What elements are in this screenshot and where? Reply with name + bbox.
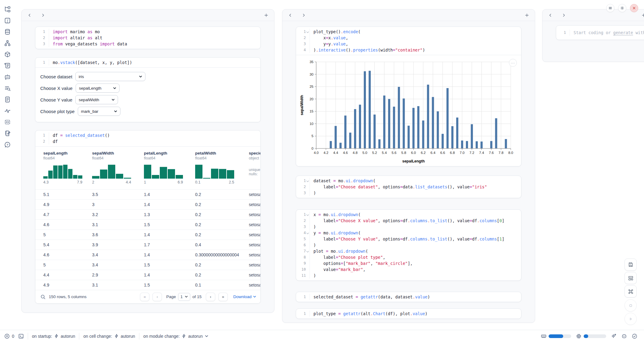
- autorun-config-item[interactable]: on startup:autorun: [32, 334, 75, 339]
- code-text[interactable]: ): [309, 242, 521, 248]
- code-text[interactable]: plot_type().encode(: [309, 29, 521, 35]
- table-row[interactable]: 5.43.91.70.4setosa: [35, 240, 260, 250]
- table-column-header[interactable]: sepalWidthfloat6424.4: [92, 147, 144, 189]
- code-text[interactable]: label="Choose Y value", options=df.colum…: [309, 236, 521, 242]
- table-row[interactable]: 4.42.91.40.2setosa: [35, 270, 260, 280]
- dropdown-select[interactable]: sepalWidth: [75, 95, 118, 104]
- code-text[interactable]: selected_dataset = getattr(data, dataset…: [309, 294, 521, 300]
- dropdown-select[interactable]: mark_bar: [78, 107, 120, 116]
- code-text[interactable]: df = selected_dataset(): [49, 132, 260, 138]
- dependency-graph-icon[interactable]: [4, 40, 11, 46]
- table-row[interactable]: 53.61.40.2setosa: [35, 230, 260, 240]
- terminal-button[interactable]: [18, 333, 24, 339]
- autorun-config-item[interactable]: on module change:autorun: [143, 334, 208, 339]
- code-text[interactable]: import marimo as mo: [49, 29, 260, 35]
- dropdown-select[interactable]: iris: [75, 72, 145, 81]
- add-column-button[interactable]: [641, 12, 644, 18]
- code-text[interactable]: df: [49, 138, 260, 144]
- code-text[interactable]: value="mark_bar",: [309, 266, 521, 273]
- code-text[interactable]: plot_type = getattr(alt.Chart(df), plot.…: [309, 311, 521, 317]
- layout-toggle-button[interactable]: [624, 272, 637, 284]
- dropdown-select[interactable]: sepalLength: [76, 84, 120, 93]
- code-text[interactable]: x = mo.ui.dropdown(: [309, 212, 521, 218]
- last-page-button[interactable]: »: [218, 293, 228, 301]
- chart-actions-button[interactable]: ...: [509, 59, 517, 67]
- file-explorer-icon[interactable]: [4, 6, 11, 12]
- page-select[interactable]: 1: [178, 293, 190, 301]
- table-row[interactable]: 4.63.11.50.2setosa: [35, 219, 260, 230]
- code-text[interactable]: dataset = mo.ui.dropdown(: [309, 178, 521, 184]
- help-icon[interactable]: ?: [4, 141, 11, 148]
- table-column-header[interactable]: petalWidthfloat640.12.5: [195, 147, 249, 189]
- cell-plot[interactable]: 1plot_type().encode(2 x=x.value,3 y=y.va…: [296, 27, 521, 166]
- fold-chevron-icon[interactable]: [306, 250, 309, 253]
- settings-gear-button[interactable]: [618, 4, 626, 12]
- code-text[interactable]: ): [309, 273, 521, 279]
- previous-page-button[interactable]: ‹: [152, 293, 162, 301]
- documentation-icon[interactable]: [4, 96, 11, 103]
- add-column-button[interactable]: [524, 12, 530, 18]
- packages-icon[interactable]: [4, 51, 11, 58]
- code-text[interactable]: ).interactive().properties(width="contai…: [309, 47, 521, 53]
- error-count-indicator[interactable]: 0: [4, 333, 14, 339]
- cell-xy-plot-dropdowns[interactable]: 1x = mo.ui.dropdown(2 label="Choose X va…: [296, 209, 521, 281]
- code-text[interactable]: label="Choose plot type",: [309, 254, 521, 260]
- search-icon[interactable]: [40, 294, 46, 300]
- code-text[interactable]: import altair as alt: [49, 35, 260, 41]
- memory-usage-indicator[interactable]: [541, 333, 571, 339]
- fold-chevron-icon[interactable]: [306, 231, 309, 235]
- table-row[interactable]: 5.13.51.40.2setosa: [35, 189, 260, 199]
- column-scroll-right-button[interactable]: [301, 12, 307, 18]
- table-row[interactable]: 4.93.11.50.1setosa: [35, 280, 260, 290]
- copilot-button[interactable]: [621, 333, 627, 339]
- cell-dataset-dropdown[interactable]: 1dataset = mo.ui.dropdown(2 label="Choos…: [296, 176, 521, 198]
- column-scroll-right-button[interactable]: [40, 12, 46, 18]
- download-button[interactable]: Download: [233, 294, 256, 299]
- code-text[interactable]: options=["mark_bar", "mark_circle"],: [309, 260, 521, 266]
- cell-dataframe[interactable]: 1df = selected_dataset()2df sepalLengthf…: [35, 130, 261, 304]
- fold-chevron-icon[interactable]: [306, 213, 309, 216]
- snippets-icon[interactable]: [4, 119, 11, 125]
- fold-chevron-icon[interactable]: [306, 179, 309, 183]
- datasources-icon[interactable]: [4, 29, 11, 35]
- menu-button[interactable]: [606, 4, 614, 12]
- add-column-button[interactable]: [263, 12, 269, 18]
- cell-plot-type[interactable]: 1plot_type = getattr(alt.Chart(df), plot…: [296, 308, 521, 319]
- table-column-header[interactable]: sepalLengthfloat644.37.9: [43, 147, 92, 189]
- cell-imports[interactable]: 1import marimo as mo2import altair as al…: [35, 27, 261, 49]
- ai-sparkle-button[interactable]: [611, 333, 617, 339]
- code-text[interactable]: y = mo.ui.dropdown(: [309, 230, 521, 236]
- notebook-icon[interactable]: [4, 130, 11, 137]
- code-text[interactable]: label="Choose dataset", options=data.lis…: [309, 184, 521, 190]
- table-row[interactable]: 53.41.50.2setosa: [35, 260, 260, 270]
- cell-new-empty[interactable]: 1 Start coding or generate with AI: [556, 25, 644, 40]
- next-page-button[interactable]: ›: [206, 293, 215, 301]
- code-text[interactable]: from vega_datasets import data: [49, 41, 260, 47]
- column-scroll-left-button[interactable]: [27, 12, 33, 18]
- table-column-header[interactable]: petalLengthfloat6416.9: [144, 147, 195, 189]
- code-text[interactable]: ): [309, 190, 521, 196]
- cell-selected-dataset[interactable]: 1selected_dataset = getattr(data, datase…: [296, 292, 521, 302]
- logs-icon[interactable]: [4, 62, 11, 69]
- keyboard-shortcuts-button[interactable]: [624, 285, 637, 297]
- cell-vstack[interactable]: 1mo.vstack([dataset, x, y, plot]) Choose…: [35, 57, 261, 122]
- code-editor-placeholder[interactable]: Start coding or generate with AI: [570, 30, 644, 36]
- chat-icon[interactable]: [4, 74, 11, 80]
- run-all-button[interactable]: [624, 313, 637, 325]
- code-text[interactable]: plot = mo.ui.dropdown(: [309, 248, 521, 254]
- bar-chart[interactable]: 051015202530354.04.24.44.64.85.05.25.45.…: [299, 58, 521, 165]
- table-column-header[interactable]: speciesobjectunique:nulls:: [249, 147, 261, 189]
- scratchpad-icon[interactable]: [4, 85, 11, 91]
- first-page-button[interactable]: «: [140, 293, 149, 301]
- autorun-config-item[interactable]: on cell change:autorun: [83, 334, 135, 339]
- table-row[interactable]: 4.63.41.40.30000000000000004setosa: [35, 250, 260, 260]
- generate-link[interactable]: generate: [613, 30, 633, 35]
- column-scroll-left-button[interactable]: [287, 12, 293, 18]
- cpu-usage-indicator[interactable]: [576, 333, 606, 339]
- connection-status-icon[interactable]: [632, 333, 637, 339]
- table-row[interactable]: 4.931.40.2setosa: [35, 199, 260, 209]
- column-scroll-left-button[interactable]: [547, 12, 553, 18]
- tracing-icon[interactable]: [4, 108, 11, 114]
- marimo-file-icon[interactable]: f: [4, 17, 11, 24]
- code-text[interactable]: mo.vstack([dataset, x, y, plot]): [49, 59, 260, 66]
